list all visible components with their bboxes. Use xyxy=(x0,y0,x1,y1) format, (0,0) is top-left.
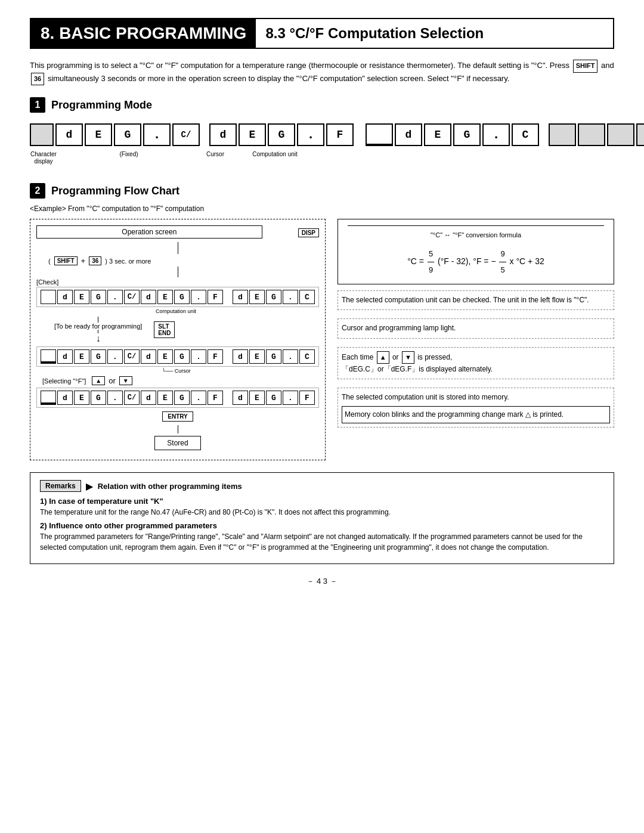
remarks-box: Remarks ▶ Relation with other programmin… xyxy=(30,472,614,564)
page-number-prefix: 8. BASIC PROGRAMMING xyxy=(31,19,256,48)
display-wrapper: d E G . C/ d E G . F d E G . C xyxy=(30,119,644,165)
key36: 36 xyxy=(31,73,44,86)
anno2-text: Cursor and programming lamp light. xyxy=(338,318,614,338)
empty4 xyxy=(636,123,644,146)
prog-display-row: d E G . C/ d E G . F d E G . C xyxy=(30,123,644,146)
label-char-display: Characterdisplay xyxy=(30,151,57,165)
disp-d2: d xyxy=(209,123,237,146)
disp-G: G xyxy=(114,123,141,146)
page-subtitle: 8.3 °C/°F Computation Selection xyxy=(256,19,493,48)
disp-dot: . xyxy=(143,123,171,146)
shift-key: SHIFT xyxy=(573,60,598,73)
down-arrow-anno: ▼ xyxy=(402,351,414,364)
disp-d: d xyxy=(55,123,83,146)
cursor-block xyxy=(366,123,393,146)
section1-header: 1 Programming Mode xyxy=(30,97,614,113)
remarks-item1-text: The temperature unit for the range No.47… xyxy=(40,507,604,518)
disp-C-slash: C/ xyxy=(172,123,200,146)
disp-E: E xyxy=(85,123,112,146)
disp-dot2: . xyxy=(297,123,324,146)
down-arrow-btn[interactable]: ▼ xyxy=(119,376,132,385)
section1-number: 1 xyxy=(30,97,45,113)
section2-number: 2 xyxy=(30,183,45,199)
remarks-item1-title: 1) In case of temperature unit "K" xyxy=(40,497,604,506)
remarks-item2-text: The programmed parameters for "Range/Pri… xyxy=(40,531,604,553)
section1-title: Programming Mode xyxy=(51,99,152,112)
flow-right: "°C" ↔ "°F" conversion formula °C = 5 9 … xyxy=(338,219,614,460)
selecting-label: [Selecting "°F"] xyxy=(42,377,86,385)
operation-screen-box: Operation screen xyxy=(36,225,262,239)
disp-button[interactable]: DISP xyxy=(298,228,319,237)
section2-header: 2 Programming Flow Chart xyxy=(30,183,614,199)
disp-E2: E xyxy=(239,123,266,146)
anno1-text: The selected computation unit can be che… xyxy=(338,290,614,310)
comp-d: d xyxy=(395,123,422,146)
label-comp-unit: Computation unit xyxy=(230,151,320,157)
page-number: － 4 3 － xyxy=(30,576,614,587)
flow-chart: Operation screen DISP ( SHIFT + 36 ) 3 s… xyxy=(30,219,326,460)
remarks-tag: Remarks xyxy=(40,480,81,492)
char-display-block xyxy=(30,123,54,146)
remarks-header: Remarks ▶ Relation with other programmin… xyxy=(40,480,604,492)
shift-key-flow[interactable]: SHIFT xyxy=(54,256,78,265)
remarks-title: Relation with other programming items xyxy=(98,482,242,491)
prog-mode-area: d E G . C/ d E G . F d E G . C xyxy=(30,119,614,171)
annotation-3: Each time ▲ or ▼ is pressed, 「dEG.C」or「d… xyxy=(338,347,614,380)
or-label: or xyxy=(109,376,116,385)
to-ready-label: [To be ready for programming] xyxy=(54,323,142,330)
intro-text: This programming is to select a "°C" or … xyxy=(30,60,614,85)
remarks-item2-title: 2) Influence onto other programmed param… xyxy=(40,521,604,530)
empty2 xyxy=(578,123,605,146)
section2-title: Programming Flow Chart xyxy=(51,185,179,197)
anno3-content: Each time ▲ or ▼ is pressed, 「dEG.C」or「d… xyxy=(338,347,614,380)
cursor-sublabel: └── Cursor xyxy=(162,368,319,374)
entry-button[interactable]: ENTRY xyxy=(162,411,193,422)
annotation-2: Cursor and programming lamp light. xyxy=(338,318,614,338)
comp-dot: . xyxy=(482,123,510,146)
disp-G2: G xyxy=(268,123,295,146)
anno4-box: Memory colon blinks and the programming … xyxy=(342,406,610,423)
comp-G: G xyxy=(453,123,481,146)
label-fixed: (Fixed) xyxy=(57,151,200,157)
anno4-content: The selected computation unit is stored … xyxy=(338,388,614,427)
remarks-content: 1) In case of temperature unit "K" The t… xyxy=(40,497,604,553)
flow-area: Operation screen DISP ( SHIFT + 36 ) 3 s… xyxy=(30,219,614,460)
up-arrow-anno: ▲ xyxy=(377,351,389,364)
flow-left: Operation screen DISP ( SHIFT + 36 ) 3 s… xyxy=(30,219,326,460)
empty3 xyxy=(607,123,634,146)
comp-E: E xyxy=(424,123,451,146)
conversion-formula-box: "°C" ↔ "°F" conversion formula °C = 5 9 … xyxy=(338,219,614,284)
up-arrow-btn[interactable]: ▲ xyxy=(92,376,105,385)
stored-box: Stored xyxy=(154,436,200,450)
empty1 xyxy=(549,123,576,146)
fraction2: 9 5 xyxy=(499,246,506,278)
example-text: <Example> From "°C" computation to "°F" … xyxy=(30,205,614,213)
annotation-1: The selected computation unit can be che… xyxy=(338,290,614,310)
key36-flow[interactable]: 36 xyxy=(89,256,101,265)
annotation-4: The selected computation unit is stored … xyxy=(338,388,614,427)
label-cursor: Cursor xyxy=(200,151,230,157)
check-label: [Check] xyxy=(36,278,319,286)
fraction1: 5 9 xyxy=(428,246,434,278)
slt-end-btn[interactable]: SLTEND xyxy=(154,321,175,338)
comp-C: C xyxy=(512,123,539,146)
formula-content: °C = 5 9 (°F - 32), °F = − 9 5 x °C + 32 xyxy=(348,246,604,278)
formula-label: "°C" ↔ "°F" conversion formula xyxy=(348,225,604,241)
computation-unit-label: Computation unit xyxy=(156,308,319,314)
page-header: 8. BASIC PROGRAMMING 8.3 °C/°F Computati… xyxy=(30,18,614,49)
disp-F: F xyxy=(326,123,354,146)
